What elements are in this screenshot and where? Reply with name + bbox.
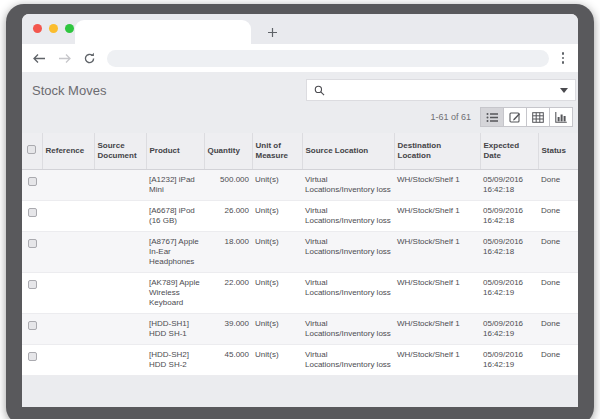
cell-dstloc: WH/Stock/Shelf 1 (394, 314, 480, 345)
forward-button[interactable] (57, 51, 71, 65)
cell-product: [A1232] iPad Mini (146, 170, 204, 201)
form-view-button[interactable] (503, 107, 527, 127)
cell-reference (42, 201, 94, 232)
dot-icon (562, 57, 565, 60)
page-title: Stock Moves (32, 83, 106, 98)
browser-toolbar (22, 44, 578, 72)
cell-uom: Unit(s) (252, 201, 302, 232)
minimize-window-icon[interactable] (49, 24, 58, 33)
column-header-product[interactable]: Product (146, 133, 204, 170)
cell-srcdoc (94, 345, 146, 376)
row-checkbox[interactable] (28, 280, 37, 289)
address-bar[interactable] (107, 50, 549, 67)
column-header-uom[interactable]: Unit of Measure (252, 133, 302, 170)
cell-status: Done (538, 345, 578, 376)
reload-button[interactable] (82, 51, 96, 65)
browser-tab[interactable] (75, 20, 251, 44)
cell-dstloc: WH/Stock/Shelf 1 (394, 232, 480, 273)
list-view-icon (486, 112, 499, 123)
cell-status: Done (538, 273, 578, 314)
maximize-window-icon[interactable] (65, 24, 74, 33)
record-range: 1-61 of 61 (430, 112, 471, 122)
bar-chart-icon (555, 112, 567, 123)
column-header-status[interactable]: Status (538, 133, 578, 170)
cell-srcloc: Virtual Locations/Inventory loss (302, 170, 394, 201)
cell-status: Done (538, 170, 578, 201)
cell-dstloc: WH/Stock/Shelf 1 (394, 170, 480, 201)
browser-window: Stock Moves 1-61 of 61 (22, 14, 578, 407)
cell-date: 05/09/2016 16:42:18 (480, 201, 538, 232)
cell-qty: 500.000 (204, 170, 252, 201)
back-button[interactable] (32, 51, 46, 65)
row-select-cell (22, 273, 42, 314)
cell-qty: 22.000 (204, 273, 252, 314)
browser-frame: Stock Moves 1-61 of 61 (6, 4, 594, 419)
cell-srcdoc (94, 201, 146, 232)
cell-date: 05/09/2016 16:42:18 (480, 232, 538, 273)
pivot-view-button[interactable] (526, 107, 550, 127)
edit-pencil-icon (509, 111, 521, 123)
forward-arrow-icon (58, 53, 71, 64)
control-panel: Stock Moves (22, 72, 578, 107)
row-checkbox[interactable] (28, 321, 37, 330)
row-select-cell (22, 201, 42, 232)
graph-view-button[interactable] (549, 107, 573, 127)
row-checkbox[interactable] (28, 177, 37, 186)
cell-qty: 45.000 (204, 345, 252, 376)
column-header-qty[interactable]: Quantity (204, 133, 252, 170)
cell-reference (42, 170, 94, 201)
cell-reference (42, 314, 94, 345)
table-row[interactable]: [A1232] iPad Mini500.000Unit(s)Virtual L… (22, 170, 578, 201)
row-select-cell (22, 232, 42, 273)
cell-dstloc: WH/Stock/Shelf 1 (394, 345, 480, 376)
select-all-checkbox[interactable] (27, 145, 36, 154)
cell-srcloc: Virtual Locations/Inventory loss (302, 345, 394, 376)
close-window-icon[interactable] (33, 24, 42, 33)
cell-srcdoc (94, 273, 146, 314)
cell-product: [HDD-SH1] HDD SH-1 (146, 314, 204, 345)
cell-product: [A6678] iPod (16 GB) (146, 201, 204, 232)
cell-srcloc: Virtual Locations/Inventory loss (302, 232, 394, 273)
cell-date: 05/09/2016 16:42:19 (480, 345, 538, 376)
plus-icon (267, 27, 278, 38)
table-row[interactable]: [HDD-SH1] HDD SH-139.000Unit(s)Virtual L… (22, 314, 578, 345)
cell-uom: Unit(s) (252, 170, 302, 201)
search-input[interactable] (331, 85, 554, 95)
cell-srcloc: Virtual Locations/Inventory loss (302, 273, 394, 314)
cell-status: Done (538, 232, 578, 273)
search-box[interactable] (306, 79, 576, 101)
cell-srcdoc (94, 314, 146, 345)
page-content: Stock Moves 1-61 of 61 (22, 72, 578, 407)
cell-srcloc: Virtual Locations/Inventory loss (302, 314, 394, 345)
browser-menu-button[interactable] (560, 50, 567, 66)
table-row[interactable]: [A8767] Apple In-Ear Headphones18.000Uni… (22, 232, 578, 273)
new-tab-button[interactable] (262, 22, 282, 42)
dot-icon (562, 61, 565, 64)
column-header-date[interactable]: Expected Date (480, 133, 538, 170)
cell-date: 05/09/2016 16:42:18 (480, 170, 538, 201)
row-checkbox[interactable] (28, 239, 37, 248)
filters-dropdown-icon[interactable] (560, 88, 568, 93)
cell-date: 05/09/2016 16:42:19 (480, 273, 538, 314)
row-checkbox[interactable] (28, 352, 37, 361)
back-arrow-icon (33, 53, 46, 64)
row-checkbox[interactable] (28, 208, 37, 217)
list-view-button[interactable] (480, 107, 504, 127)
column-header-srcloc[interactable]: Source Location (302, 133, 394, 170)
column-header-srcdoc[interactable]: Source Document (94, 133, 146, 170)
cell-uom: Unit(s) (252, 345, 302, 376)
cell-reference (42, 273, 94, 314)
cell-status: Done (538, 201, 578, 232)
column-header-dstloc[interactable]: Destination Location (394, 133, 480, 170)
search-icon (314, 85, 325, 96)
table-row[interactable]: [HDD-SH2] HDD SH-245.000Unit(s)Virtual L… (22, 345, 578, 376)
table-row[interactable]: [A6678] iPod (16 GB)26.000Unit(s)Virtual… (22, 201, 578, 232)
view-switcher (481, 107, 573, 127)
column-header-reference[interactable]: Reference (42, 133, 94, 170)
table-row[interactable]: [AK789] Apple Wireless Keyboard22.000Uni… (22, 273, 578, 314)
grid-icon (532, 112, 544, 123)
cell-product: [HDD-SH2] HDD SH-2 (146, 345, 204, 376)
cell-srcdoc (94, 170, 146, 201)
cell-qty: 18.000 (204, 232, 252, 273)
reload-icon (83, 52, 96, 65)
